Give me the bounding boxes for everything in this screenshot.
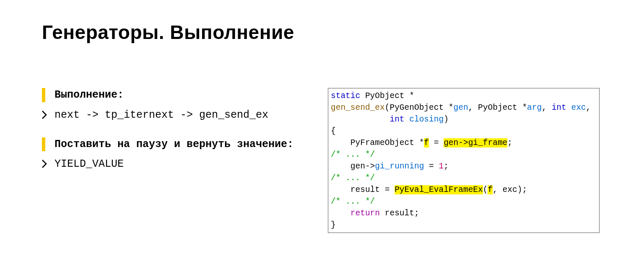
code-highlight: f: [488, 185, 493, 194]
list-item: YIELD_VALUE: [42, 157, 302, 171]
list-item-text: YIELD_VALUE: [55, 158, 124, 170]
code-var: arg: [527, 103, 542, 112]
code-var: gi_running: [375, 162, 424, 171]
code-text: [331, 115, 390, 124]
code-block: static PyObject * gen_send_ex(PyGenObjec…: [328, 88, 600, 233]
block-head: Выполнение:: [42, 88, 302, 102]
code-comment: /* ... */: [331, 150, 375, 159]
block-title: Поставить на паузу и вернуть значение:: [55, 137, 302, 152]
code-text: [405, 115, 410, 124]
code-text: PyObject *: [360, 91, 414, 101]
block-head: Поставить на паузу и вернуть значение:: [42, 137, 302, 152]
code-text: result =: [331, 185, 395, 194]
list-item-text: next -> tp_iternext -> gen_send_ex: [55, 109, 268, 121]
list-item: next -> tp_iternext -> gen_send_ex: [42, 108, 302, 122]
code-text: , exc);: [493, 185, 527, 194]
code-text: =: [429, 138, 444, 147]
code-comment: /* ... */: [331, 197, 375, 206]
left-column: Выполнение: next -> tp_iternext -> gen_s…: [42, 88, 302, 186]
code-text: =: [424, 162, 439, 171]
accent-bar-icon: [42, 137, 45, 152]
code-text: [331, 209, 351, 218]
chevron-right-icon: [42, 160, 48, 169]
code-comment: /* ... */: [331, 173, 375, 183]
code-text: ;: [507, 138, 512, 147]
code-highlight: PyEval_EvalFrameEx: [395, 185, 483, 194]
code-text: (PyGenObject *: [385, 103, 454, 112]
code-text: [566, 103, 571, 112]
code-number: 1: [439, 162, 444, 171]
code-text: (: [483, 185, 488, 194]
code-keyword: int: [390, 115, 404, 124]
code-text: {: [331, 127, 336, 136]
page-title: Генераторы. Выполнение: [42, 21, 294, 44]
accent-bar-icon: [42, 88, 45, 102]
block-execution: Выполнение: next -> tp_iternext -> gen_s…: [42, 88, 302, 122]
code-text: result;: [380, 209, 419, 218]
code-highlight: gen->gi_frame: [444, 138, 507, 147]
code-keyword: return: [351, 209, 380, 218]
block-pause: Поставить на паузу и вернуть значение: Y…: [42, 137, 302, 172]
code-var: gen: [454, 103, 468, 112]
code-text: ,: [542, 103, 551, 112]
code-text: PyFrameObject *: [331, 138, 424, 147]
block-title: Выполнение:: [55, 88, 302, 102]
code-text: ,: [586, 103, 591, 112]
code-var: exc: [571, 103, 586, 112]
code-text: }: [331, 220, 336, 230]
code-var: closing: [409, 115, 444, 124]
code-text: ;: [444, 162, 449, 171]
code-highlight: f: [424, 138, 429, 147]
code-keyword: int: [552, 103, 566, 112]
code-function: gen_send_ex: [331, 103, 385, 112]
code-text: gen->: [331, 162, 375, 171]
code-text: ): [444, 115, 449, 124]
code-keyword: static: [331, 91, 360, 101]
slide: Генераторы. Выполнение Выполнение: next …: [0, 0, 644, 256]
chevron-right-icon: [42, 111, 48, 120]
code-text: , PyObject *: [468, 103, 527, 112]
